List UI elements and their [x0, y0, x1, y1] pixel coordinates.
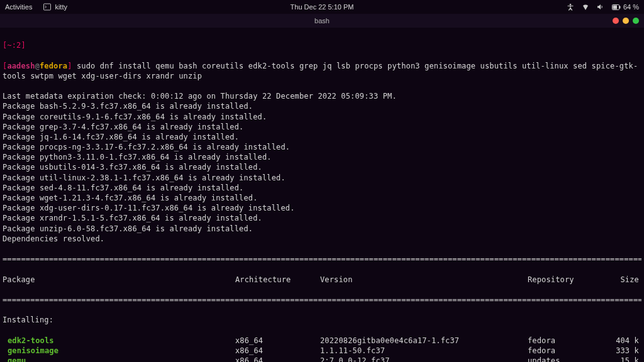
battery-icon — [612, 4, 621, 10]
terminal-app-icon — [43, 3, 51, 11]
network-icon[interactable] — [582, 3, 589, 11]
pkg-size: 333 k — [603, 346, 641, 356]
pkg-version: 20220826gitba0e0e4c6a17-1.fc37 — [320, 336, 528, 346]
pkg-version: 1.1.11-50.fc37 — [320, 346, 528, 356]
output-line: Dependencies resolved. — [3, 234, 641, 244]
ps1-user: aadesh — [7, 62, 35, 70]
activities-button[interactable]: Activities — [5, 3, 32, 11]
output-line: Package procps-ng-3.3.17-6.fc37.2.x86_64… — [3, 142, 641, 152]
table-header-row: Package Architecture Version Repository … — [3, 275, 641, 285]
output-line: Package usbutils-014-3.fc37.x86_64 is al… — [3, 162, 641, 172]
topbar-right: 64 % — [567, 3, 639, 11]
topbar-left: Activities kitty — [5, 3, 67, 11]
pkg-name: genisoimage — [3, 346, 235, 356]
pkg-repo: updates — [528, 356, 603, 362]
close-icon[interactable] — [613, 18, 619, 24]
output-line: Package util-linux-2.38.1-1.fc37.x86_64 … — [3, 173, 641, 183]
output-line: Package bash-5.2.9-3.fc37.x86_64 is alre… — [3, 101, 641, 111]
pkg-arch: x86_64 — [235, 336, 320, 346]
terminal-body[interactable]: [~:2] [aadesh@fedora] sudo dnf install q… — [0, 28, 644, 362]
volume-icon[interactable] — [597, 3, 604, 11]
current-app-name: kitty — [55, 3, 67, 11]
pkg-name: qemu — [3, 356, 235, 362]
accessibility-icon[interactable] — [567, 3, 574, 11]
output-line: Package jq-1.6-14.fc37.x86_64 is already… — [3, 132, 641, 142]
col-header-package: Package — [3, 275, 235, 285]
battery-status[interactable]: 64 % — [612, 3, 639, 11]
dnf-output: Last metadata expiration check: 0:00:12 … — [3, 91, 641, 244]
command-line: [aadesh@fedora] sudo dnf install qemu ba… — [3, 61, 641, 81]
output-line: Package python3-3.11.0-1.fc37.x86_64 is … — [3, 152, 641, 162]
output-line: Package grep-3.7-4.fc37.x86_64 is alread… — [3, 122, 641, 132]
svg-point-1 — [570, 4, 572, 6]
col-header-repository: Repository — [528, 275, 603, 285]
svg-rect-3 — [619, 6, 621, 8]
output-line: Package coreutils-9.1-6.fc37.x86_64 is a… — [3, 112, 641, 122]
prompt-line-prefix: [~:2] — [3, 40, 641, 50]
current-app-indicator[interactable]: kitty — [43, 3, 67, 11]
ps1-at: @ — [35, 62, 40, 70]
col-header-architecture: Architecture — [235, 275, 320, 285]
window-title-text: bash — [314, 17, 330, 25]
pkg-size: 15 k — [603, 356, 641, 362]
gnome-topbar: Activities kitty Thu Dec 22 5:10 PM 64 % — [0, 0, 644, 14]
maximize-icon[interactable] — [633, 18, 639, 24]
window-controls — [613, 18, 639, 24]
svg-rect-0 — [44, 4, 51, 10]
output-line: Last metadata expiration check: 0:00:12 … — [3, 91, 641, 101]
ps1-close-bracket: ] — [67, 62, 72, 70]
table-divider-mid: ========================================… — [3, 295, 641, 305]
col-header-version: Version — [320, 275, 528, 285]
window-titlebar: bash — [0, 14, 644, 28]
output-line: Package sed-4.8-11.fc37.x86_64 is alread… — [3, 183, 641, 193]
table-row: edk2-toolsx86_6420220826gitba0e0e4c6a17-… — [3, 336, 641, 346]
table-row: genisoimagex86_641.1.11-50.fc37fedora333… — [3, 346, 641, 356]
battery-percent: 64 % — [623, 3, 639, 11]
output-line: Package xdg-user-dirs-0.17-11.fc37.x86_6… — [3, 203, 641, 213]
output-line: Package xrandr-1.5.1-5.fc37.x86_64 is al… — [3, 213, 641, 223]
installing-list: edk2-toolsx86_6420220826gitba0e0e4c6a17-… — [3, 336, 641, 362]
pkg-version: 2:7.0.0-12.fc37 — [320, 356, 528, 362]
pkg-repo: fedora — [528, 346, 603, 356]
topbar-clock[interactable]: Thu Dec 22 5:10 PM — [291, 3, 354, 11]
col-header-size: Size — [603, 275, 641, 285]
pkg-repo: fedora — [528, 336, 603, 346]
pkg-arch: x86_64 — [235, 356, 320, 362]
pkg-name: edk2-tools — [3, 336, 235, 346]
table-divider-top: ========================================… — [3, 254, 641, 264]
output-line: Package wget-1.21.3-4.fc37.x86_64 is alr… — [3, 193, 641, 203]
ps1-cwd: [~:2] — [3, 41, 26, 50]
output-line: Package unzip-6.0-58.fc37.x86_64 is alre… — [3, 224, 641, 234]
svg-rect-4 — [613, 5, 617, 9]
ps1-host: fedora — [40, 62, 67, 70]
pkg-size: 404 k — [603, 336, 641, 346]
section-installing-label: Installing: — [3, 315, 641, 325]
command-text: sudo dnf install qemu bash coreutils edk… — [3, 62, 638, 80]
pkg-arch: x86_64 — [235, 346, 320, 356]
minimize-icon[interactable] — [623, 18, 629, 24]
table-row: qemux86_642:7.0.0-12.fc37updates15 k — [3, 356, 641, 362]
